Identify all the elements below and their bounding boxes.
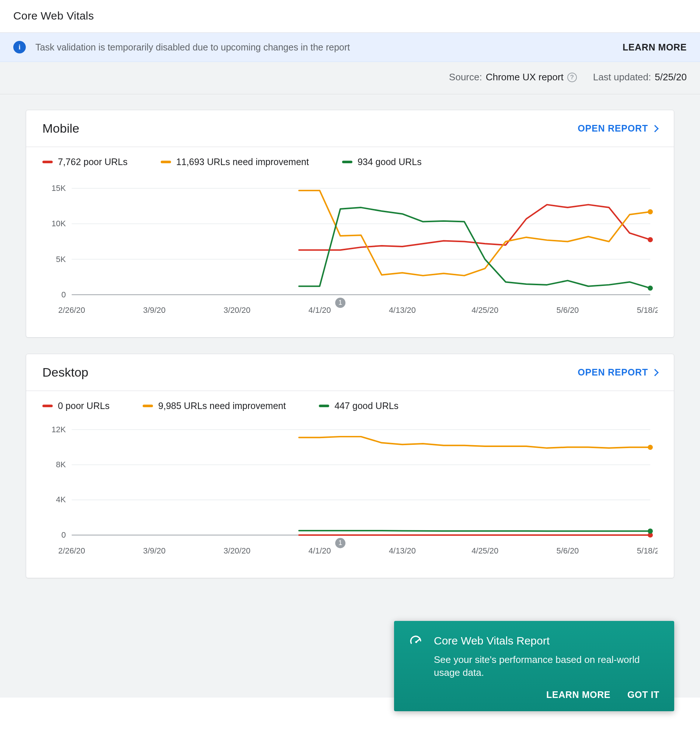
source-value: Chrome UX report xyxy=(486,72,563,83)
legend-poor-label: 7,762 poor URLs xyxy=(58,157,128,167)
svg-text:1: 1 xyxy=(338,299,342,306)
svg-text:15K: 15K xyxy=(51,184,66,193)
svg-text:0: 0 xyxy=(61,530,66,539)
open-report-label: OPEN REPORT xyxy=(578,123,648,134)
desktop-chart-wrap: 04K8K12K2/26/203/9/203/20/204/1/204/13/2… xyxy=(26,415,674,577)
svg-text:5K: 5K xyxy=(56,255,66,264)
legend-item-good: 934 good URLs xyxy=(342,157,422,167)
page-title: Core Web Vitals xyxy=(13,10,687,22)
mobile-card-head: Mobile OPEN REPORT xyxy=(26,110,674,147)
learn-more-button[interactable]: LEARN MORE xyxy=(623,42,687,53)
svg-text:5/6/20: 5/6/20 xyxy=(557,546,579,555)
mobile-card: Mobile OPEN REPORT 7,762 poor URLs 11,69… xyxy=(26,110,674,338)
gauge-icon xyxy=(409,633,424,648)
promo-head: Core Web Vitals Report xyxy=(409,633,659,648)
promo-learn-more-button[interactable]: LEARN MORE xyxy=(546,690,610,697)
legend-item-good: 447 good URLs xyxy=(319,401,399,411)
mobile-card-title: Mobile xyxy=(43,121,79,136)
desktop-chart: 04K8K12K2/26/203/9/203/20/204/1/204/13/2… xyxy=(43,418,657,564)
svg-text:0: 0 xyxy=(61,290,66,299)
updated-value: 5/25/20 xyxy=(654,72,687,83)
svg-point-42 xyxy=(415,641,417,643)
svg-text:4/25/20: 4/25/20 xyxy=(472,306,499,315)
mobile-chart-wrap: 05K10K15K2/26/203/9/203/20/204/1/204/13/… xyxy=(26,171,674,337)
legend-item-poor: 0 poor URLs xyxy=(43,401,109,411)
info-banner: i Task validation is temporarily disable… xyxy=(0,33,700,62)
legend-need-label: 9,985 URLs need improvement xyxy=(158,401,286,411)
svg-text:5/6/20: 5/6/20 xyxy=(557,306,579,315)
desktop-legend: 0 poor URLs 9,985 URLs need improvement … xyxy=(26,391,674,415)
svg-text:4/13/20: 4/13/20 xyxy=(389,546,416,555)
info-banner-text: Task validation is temporarily disabled … xyxy=(35,42,623,53)
svg-text:4/1/20: 4/1/20 xyxy=(309,546,331,555)
source-label: Source: xyxy=(449,72,482,83)
legend-good-label: 934 good URLs xyxy=(357,157,422,167)
svg-text:3/20/20: 3/20/20 xyxy=(224,306,251,315)
swatch-red xyxy=(43,161,53,163)
swatch-orange xyxy=(143,405,153,407)
svg-point-39 xyxy=(648,529,653,534)
legend-item-need: 11,693 URLs need improvement xyxy=(161,157,309,167)
content-area: Mobile OPEN REPORT 7,762 poor URLs 11,69… xyxy=(0,94,700,697)
swatch-red xyxy=(43,405,53,407)
chevron-right-icon xyxy=(651,369,659,376)
svg-text:4/1/20: 4/1/20 xyxy=(309,306,331,315)
page-header: Core Web Vitals xyxy=(0,0,700,33)
open-report-button[interactable]: OPEN REPORT xyxy=(578,367,657,378)
legend-item-need: 9,985 URLs need improvement xyxy=(143,401,286,411)
svg-text:4/13/20: 4/13/20 xyxy=(389,306,416,315)
updated-label: Last updated: xyxy=(593,72,651,83)
legend-need-label: 11,693 URLs need improvement xyxy=(176,157,309,167)
mobile-chart: 05K10K15K2/26/203/9/203/20/204/1/204/13/… xyxy=(43,174,657,324)
svg-text:3/9/20: 3/9/20 xyxy=(143,306,166,315)
legend-item-poor: 7,762 poor URLs xyxy=(43,157,128,167)
updated-segment: Last updated: 5/25/20 xyxy=(593,72,687,83)
promo-got-it-button[interactable]: GOT IT xyxy=(627,690,659,697)
svg-point-17 xyxy=(648,209,653,214)
chevron-right-icon xyxy=(651,125,659,132)
svg-text:5/18/20: 5/18/20 xyxy=(637,546,657,555)
promo-body: See your site's performance based on rea… xyxy=(434,653,659,679)
svg-text:4/25/20: 4/25/20 xyxy=(472,546,499,555)
svg-text:2/26/20: 2/26/20 xyxy=(58,546,85,555)
open-report-button[interactable]: OPEN REPORT xyxy=(578,123,657,134)
svg-text:4K: 4K xyxy=(56,495,66,505)
promo-title: Core Web Vitals Report xyxy=(434,634,550,647)
svg-text:5/18/20: 5/18/20 xyxy=(637,306,657,315)
source-segment: Source: Chrome UX report ? xyxy=(449,72,577,83)
legend-poor-label: 0 poor URLs xyxy=(58,401,109,411)
svg-text:10K: 10K xyxy=(51,219,66,228)
open-report-label: OPEN REPORT xyxy=(578,367,648,378)
svg-text:3/20/20: 3/20/20 xyxy=(224,546,251,555)
svg-text:1: 1 xyxy=(338,539,342,547)
swatch-green xyxy=(319,405,329,407)
promo-toast: Core Web Vitals Report See your site's p… xyxy=(394,621,674,697)
promo-actions: LEARN MORE GOT IT xyxy=(409,690,659,697)
swatch-orange xyxy=(161,161,171,163)
svg-text:8K: 8K xyxy=(56,460,66,469)
svg-point-18 xyxy=(648,286,653,291)
help-icon[interactable]: ? xyxy=(567,73,577,82)
desktop-card-head: Desktop OPEN REPORT xyxy=(26,354,674,391)
svg-text:12K: 12K xyxy=(51,425,66,434)
swatch-green xyxy=(342,161,352,163)
svg-text:2/26/20: 2/26/20 xyxy=(58,306,85,315)
desktop-card: Desktop OPEN REPORT 0 poor URLs 9,985 UR… xyxy=(26,354,674,578)
meta-row: Source: Chrome UX report ? Last updated:… xyxy=(0,62,700,94)
mobile-legend: 7,762 poor URLs 11,693 URLs need improve… xyxy=(26,147,674,171)
svg-text:3/9/20: 3/9/20 xyxy=(143,546,166,555)
legend-good-label: 447 good URLs xyxy=(334,401,399,411)
svg-point-16 xyxy=(648,237,653,242)
desktop-card-title: Desktop xyxy=(43,365,88,380)
info-icon: i xyxy=(13,41,26,53)
svg-point-38 xyxy=(648,445,653,450)
